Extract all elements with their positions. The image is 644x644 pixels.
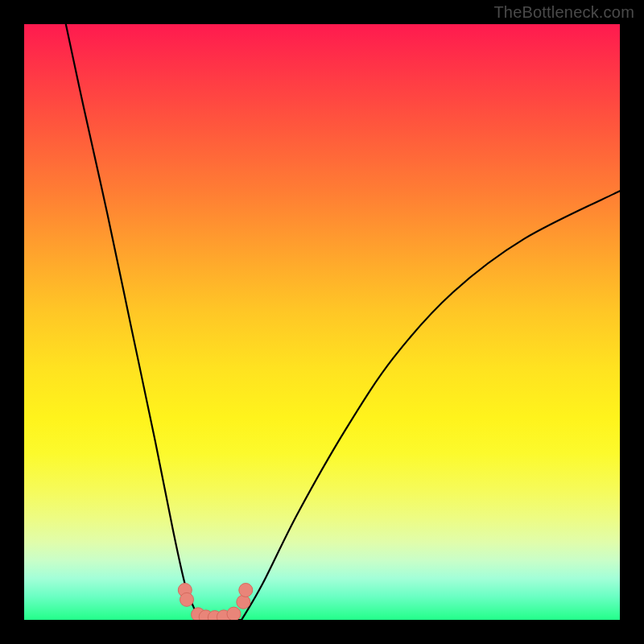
plot-area xyxy=(24,24,620,620)
valley-marker xyxy=(180,592,194,606)
valley-marker xyxy=(227,607,241,620)
curve-right-branch xyxy=(242,191,620,620)
chart-svg xyxy=(24,24,620,620)
valley-markers xyxy=(178,584,252,621)
valley-marker xyxy=(239,584,253,597)
curve-left-branch xyxy=(66,24,200,620)
chart-frame: TheBottleneck.com xyxy=(0,0,644,644)
watermark-text: TheBottleneck.com xyxy=(493,3,634,22)
valley-marker xyxy=(237,595,250,609)
curve-group xyxy=(66,24,620,620)
